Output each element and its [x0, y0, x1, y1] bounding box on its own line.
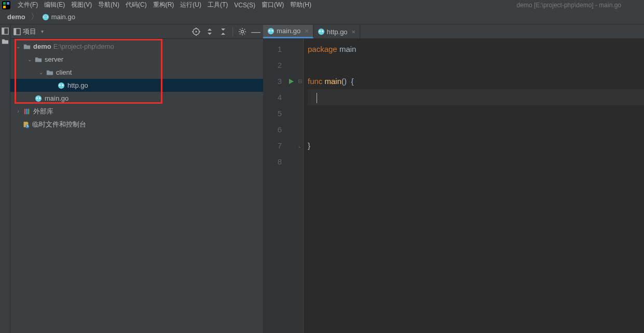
hide-icon[interactable]: —	[252, 27, 260, 36]
tab-main-go[interactable]: main.go ×	[263, 25, 313, 38]
menu-edit[interactable]: 编辑(E)	[41, 1, 68, 9]
go-file-icon	[318, 28, 325, 35]
tree-http-go[interactable]: http.go	[10, 79, 263, 92]
tree-client[interactable]: ⌄ client	[10, 66, 263, 79]
svg-point-4	[43, 13, 49, 20]
menu-help[interactable]: 帮助(H)	[287, 1, 314, 9]
tree-external-libs[interactable]: › 外部库	[10, 105, 263, 118]
svg-point-25	[39, 97, 40, 99]
close-icon[interactable]: ×	[305, 27, 309, 35]
menu-refactor[interactable]: 重构(R)	[150, 1, 177, 9]
editor-body[interactable]: 1 2 3 4 5 6 7 8 ⊟ ⌞ pack	[263, 39, 644, 333]
divider	[232, 27, 233, 36]
svg-point-32	[271, 30, 273, 32]
svg-point-31	[269, 30, 270, 32]
svg-point-20	[58, 82, 64, 88]
breadcrumb-file[interactable]: main.go	[42, 13, 75, 21]
svg-point-21	[59, 84, 61, 86]
svg-point-14	[196, 31, 197, 32]
tree-label: http.go	[67, 81, 88, 89]
svg-rect-2	[7, 2, 9, 5]
code-content[interactable]: package main func main() { }	[304, 39, 644, 333]
sidebar-header: 项目 ▾ —	[10, 24, 263, 39]
project-tree: ⌄ demo E:\project-php\demo ⌄ server ⌄ cl…	[10, 39, 263, 333]
scratch-icon	[22, 120, 30, 129]
fold-close-icon[interactable]: ⌞	[296, 137, 303, 154]
menu-run[interactable]: 运行(U)	[177, 1, 204, 9]
tree-scratch[interactable]: 临时文件和控制台	[10, 118, 263, 131]
go-file-icon	[57, 81, 65, 90]
svg-point-22	[62, 84, 63, 86]
svg-point-19	[241, 30, 244, 33]
tab-http-go[interactable]: http.go ×	[313, 25, 360, 38]
svg-point-7	[44, 16, 45, 17]
tree-label: main.go	[45, 94, 68, 102]
menu-navigate[interactable]: 导航(N)	[95, 1, 122, 9]
folder-tool-icon[interactable]	[2, 38, 9, 45]
svg-rect-28	[28, 108, 30, 114]
tab-label: http.go	[327, 28, 348, 36]
menu-vcs[interactable]: VCS(S)	[231, 2, 258, 9]
tree-label: 临时文件和控制台	[32, 120, 86, 129]
menu-bar: 文件(F) 编辑(E) 视图(V) 导航(N) 代码(C) 重构(R) 运行(U…	[0, 0, 644, 10]
fold-gutter: ⊟ ⌞	[296, 39, 304, 333]
tree-server[interactable]: ⌄ server	[10, 53, 263, 66]
close-icon[interactable]: ×	[352, 28, 356, 36]
tree-root-path: E:\project-php\demo	[53, 43, 114, 50]
editor-area: main.go × http.go × 1 2 3 4 5 6 7 8	[263, 24, 644, 333]
svg-point-35	[322, 30, 323, 32]
app-icon	[2, 1, 10, 9]
chevron-down-icon[interactable]: ⌄	[26, 57, 33, 62]
go-file-icon	[267, 27, 275, 35]
tree-root[interactable]: ⌄ demo E:\project-php\demo	[10, 40, 263, 53]
svg-point-23	[35, 95, 42, 101]
left-tool-strip	[0, 24, 10, 333]
collapse-all-icon[interactable]	[219, 27, 227, 36]
svg-point-8	[46, 16, 47, 17]
menu-tools[interactable]: 工具(T)	[204, 1, 231, 9]
editor-tabs: main.go × http.go ×	[263, 24, 644, 39]
tree-label: 外部库	[33, 107, 53, 116]
tool-window-icon[interactable]	[2, 27, 9, 35]
svg-rect-12	[14, 28, 16, 34]
chevron-down-icon[interactable]: ▾	[38, 29, 46, 34]
line-numbers: 1 2 3 4 5 6 7 8	[263, 39, 286, 333]
run-icon[interactable]	[288, 78, 294, 85]
svg-rect-1	[3, 2, 6, 5]
svg-rect-3	[3, 6, 6, 8]
chevron-down-icon[interactable]: ⌄	[37, 70, 45, 75]
go-file-icon	[34, 94, 43, 103]
menu-window[interactable]: 窗口(W)	[258, 1, 287, 9]
folder-icon	[34, 56, 43, 64]
chevron-right-icon[interactable]: ›	[15, 108, 22, 114]
project-sidebar: 项目 ▾ — ⌄ demo E:\project-php\demo ⌄	[10, 24, 263, 333]
go-file-icon	[42, 13, 49, 21]
breadcrumbs: demo 〉 main.go	[0, 10, 644, 24]
tree-root-label: demo	[33, 43, 51, 50]
tree-label: client	[56, 68, 72, 76]
svg-rect-10	[2, 28, 4, 34]
svg-point-34	[319, 30, 321, 32]
window-title: demo [E:\project-php\demo] - main.go	[517, 2, 621, 9]
tab-label: main.go	[277, 27, 300, 35]
menu-view[interactable]: 视图(V)	[68, 1, 95, 9]
text-caret	[317, 93, 317, 103]
breadcrumb-project[interactable]: demo	[7, 13, 25, 21]
svg-point-33	[318, 29, 324, 35]
tree-label: server	[45, 56, 63, 63]
svg-rect-27	[26, 108, 28, 114]
gear-icon[interactable]	[238, 27, 246, 36]
menu-file[interactable]: 文件(F)	[15, 1, 41, 9]
folder-icon	[46, 68, 54, 77]
target-icon[interactable]	[192, 27, 200, 36]
chevron-down-icon[interactable]: ⌄	[15, 44, 22, 49]
menu-code[interactable]: 代码(C)	[122, 1, 150, 9]
sidebar-title-label: 项目	[23, 27, 36, 36]
svg-point-30	[268, 27, 274, 34]
expand-all-icon[interactable]	[205, 27, 214, 36]
svg-rect-26	[24, 108, 26, 114]
svg-point-24	[36, 97, 38, 99]
fold-open-icon[interactable]: ⊟	[296, 73, 303, 89]
tree-main-go[interactable]: main.go	[10, 92, 263, 105]
run-gutter	[286, 39, 296, 333]
